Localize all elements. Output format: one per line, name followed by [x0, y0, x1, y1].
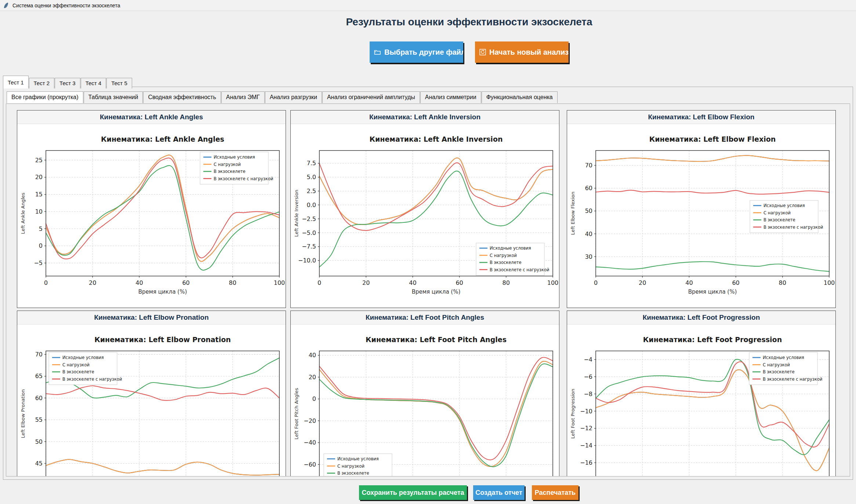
create-report-button[interactable]: Создать отчет [473, 485, 525, 500]
figure-title: Кинематика: Left Foot Progression [643, 336, 782, 344]
svg-text:−5.0: −5.0 [302, 229, 316, 236]
svg-text:В экзоскелете с нагрузкой: В экзоскелете с нагрузкой [490, 267, 549, 272]
charts-scroll-area[interactable]: Кинематика: Left Ankle Angles02040608010… [6, 104, 850, 476]
start-new-analysis-button[interactable]: Начать новый анализ [475, 41, 569, 63]
tab-view-2[interactable]: Таблица значений [84, 91, 143, 103]
svg-text:−14: −14 [580, 442, 592, 449]
svg-text:С нагрузкой: С нагрузкой [763, 362, 790, 367]
svg-text:80: 80 [503, 279, 510, 286]
svg-text:0: 0 [44, 279, 48, 286]
y-axis-label: Left Elbow Flexion [570, 192, 576, 235]
figure-title: Кинематика: Left Elbow Pronation [94, 336, 231, 344]
tab-view-5[interactable]: Анализ разгрузки [265, 91, 322, 103]
svg-text:−16: −16 [580, 459, 592, 466]
svg-text:60: 60 [182, 279, 189, 286]
chart-panel-title: Кинематика: Left Ankle Angles [100, 113, 203, 121]
chart-panel-header: Кинематика: Left Elbow Pronation [17, 311, 286, 324]
window-title: Система оценки эффективности экзоскелета [12, 3, 120, 8]
svg-text:−40: −40 [304, 439, 316, 446]
svg-text:С нагрузкой: С нагрузкой [763, 210, 791, 215]
legend: Исходные условияС нагрузкойВ экзоскелете… [324, 454, 397, 476]
svg-text:40: 40 [409, 279, 416, 286]
chart-panel-title: Кинематика: Left Elbow Pronation [94, 313, 208, 322]
svg-text:5: 5 [39, 225, 43, 232]
svg-text:55: 55 [35, 416, 43, 423]
figure-title: Кинематика: Left Elbow Flexion [649, 135, 776, 143]
svg-text:Исходные условия: Исходные условия [337, 456, 379, 461]
x-axis-label: Время цикла (%) [412, 289, 461, 295]
svg-text:−10: −10 [580, 408, 592, 415]
tab-test-5[interactable]: Тест 5 [106, 78, 132, 88]
tab-test-2[interactable]: Тест 2 [29, 78, 55, 88]
chart-panel-1: Кинематика: Left Ankle Angles02040608010… [17, 110, 286, 308]
tab-test-1[interactable]: Тест 1 [3, 76, 29, 88]
svg-text:−12: −12 [580, 425, 592, 432]
svg-text:−4: −4 [584, 356, 592, 363]
svg-text:0: 0 [594, 279, 598, 286]
chart-panel-title: Кинематика: Left Ankle Inversion [369, 113, 480, 121]
tab-view-3[interactable]: Сводная эффективность [143, 91, 221, 103]
legend: Исходные условияС нагрузкойВ экзоскелете… [750, 200, 823, 233]
svg-text:100: 100 [547, 279, 559, 286]
chart-panel-4: Кинематика: Left Elbow Pronation02040608… [17, 311, 286, 476]
chart-figure: 020406080100−16−14−12−10−8−6−4Кинематика… [567, 324, 835, 476]
chart-panel-title: Кинематика: Left Foot Pitch Angles [366, 313, 484, 322]
chart-figure: 020406080100455055606570Кинематика: Left… [17, 324, 286, 476]
chart-panel-title: Кинематика: Left Elbow Flexion [648, 113, 755, 121]
y-axis-label: Left Foot Pitch Angles [294, 388, 299, 440]
svg-text:20: 20 [309, 374, 316, 381]
svg-text:2.5: 2.5 [307, 188, 316, 195]
tab-test-3[interactable]: Тест 3 [55, 78, 80, 88]
tab-view-7[interactable]: Анализ симметрии [420, 91, 481, 103]
svg-text:100: 100 [274, 279, 285, 286]
chart-panel-2: Кинематика: Left Ankle Inversion02040608… [290, 110, 559, 308]
svg-text:60: 60 [35, 395, 43, 402]
svg-text:80: 80 [229, 279, 236, 286]
start-new-analysis-label: Начать новый анализ [489, 48, 569, 57]
y-axis-label: Left Ankle Inversion [294, 190, 299, 237]
chart-panel-6: Кинематика: Left Foot Progression0204060… [567, 311, 836, 476]
figure-title: Кинематика: Left Foot Pitch Angles [366, 336, 507, 344]
svg-text:Исходные условия: Исходные условия [763, 203, 805, 208]
page-title: Результаты оценки эффективности экзоскел… [175, 16, 763, 28]
svg-text:В экзоскелете: В экзоскелете [214, 169, 246, 174]
print-button[interactable]: Распечатать [532, 485, 578, 500]
svg-text:65: 65 [35, 373, 43, 380]
figure-title: Кинематика: Left Ankle Inversion [370, 135, 503, 143]
chart-panel-5: Кинематика: Left Foot Pitch Angles020406… [290, 311, 559, 476]
chart-figure: 020406080100−10.0−7.5−5.0−2.50.02.55.07.… [291, 124, 559, 308]
chart-panel-header: Кинематика: Left Ankle Angles [17, 110, 286, 124]
restart-icon [479, 49, 486, 55]
view-tabs: Все графики (прокрутка)Таблица значенийС… [7, 91, 558, 103]
app-window: Система оценки эффективности экзоскелета… [0, 0, 856, 504]
svg-text:В экзоскелете с нагрузкой: В экзоскелете с нагрузкой [763, 377, 822, 382]
svg-text:−8: −8 [584, 391, 592, 398]
choose-other-files-button[interactable]: Выбрать другие файлы [370, 41, 463, 63]
svg-text:С нагрузкой: С нагрузкой [214, 162, 241, 167]
svg-text:С нагрузкой: С нагрузкой [62, 362, 90, 367]
svg-text:−5: −5 [34, 260, 43, 266]
svg-text:−10.0: −10.0 [298, 257, 316, 264]
svg-text:В экзоскелете: В экзоскелете [62, 369, 94, 374]
svg-text:20: 20 [89, 279, 96, 286]
chart-panel-header: Кинематика: Left Elbow Flexion [567, 110, 835, 124]
tab-test-4[interactable]: Тест 4 [81, 78, 106, 88]
save-results-button[interactable]: Сохранить результаты расчета [359, 485, 467, 500]
svg-text:100: 100 [824, 279, 835, 286]
chart-panel-header: Кинематика: Left Foot Progression [567, 311, 835, 324]
svg-text:0.0: 0.0 [307, 202, 316, 209]
tab-view-8[interactable]: Функциональная оценка [482, 91, 558, 103]
svg-text:0: 0 [312, 395, 316, 402]
svg-text:−2.5: −2.5 [302, 215, 316, 222]
svg-text:20: 20 [35, 174, 43, 181]
tab-view-6[interactable]: Анализ ограничений амплитуды [322, 91, 420, 103]
svg-text:45: 45 [35, 460, 43, 467]
tab-view-4[interactable]: Анализ ЭМГ [221, 91, 265, 103]
svg-text:В экзоскелете: В экзоскелете [490, 260, 522, 265]
svg-text:0: 0 [318, 279, 321, 286]
tab-view-1[interactable]: Все графики (прокрутка) [7, 91, 83, 103]
python-icon [3, 2, 10, 9]
chart-panel-title: Кинематика: Left Foot Progression [643, 313, 760, 322]
chart-panel-header: Кинематика: Left Ankle Inversion [291, 110, 559, 124]
x-axis-label: Время цикла (%) [138, 289, 187, 295]
